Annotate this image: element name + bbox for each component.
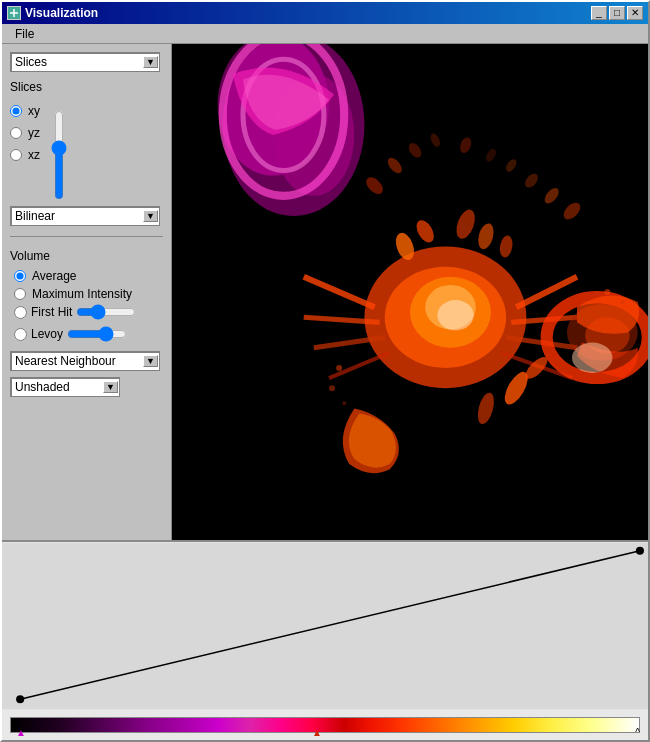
color-bar-area: ▲ ▲ ^ bbox=[2, 710, 648, 740]
render-select[interactable]: Nearest Neighbour Bilinear bbox=[10, 351, 160, 371]
svg-point-42 bbox=[437, 300, 473, 330]
left-panel: Slices Volume Slices xy yz bbox=[2, 44, 172, 540]
visualization-svg bbox=[172, 44, 648, 540]
radio-xy[interactable]: xy bbox=[10, 104, 40, 118]
divider-1 bbox=[10, 236, 163, 237]
radio-levoy-label: Levoy bbox=[31, 327, 63, 341]
first-hit-slider[interactable] bbox=[76, 305, 136, 319]
radio-max-intensity[interactable]: Maximum Intensity bbox=[14, 287, 163, 301]
slice-slider[interactable] bbox=[48, 110, 70, 200]
radio-first-hit-input[interactable] bbox=[14, 306, 27, 319]
transfer-function-graph bbox=[2, 542, 648, 710]
bottom-section: ▲ ▲ ^ bbox=[2, 540, 648, 740]
svg-point-45 bbox=[329, 385, 335, 391]
radio-xz[interactable]: xz bbox=[10, 148, 40, 162]
svg-point-47 bbox=[604, 289, 610, 295]
menu-bar: File bbox=[2, 24, 648, 44]
levoy-slider[interactable] bbox=[67, 327, 127, 341]
svg-point-44 bbox=[336, 365, 342, 371]
radio-xy-label: xy bbox=[28, 104, 40, 118]
title-bar: Visualization _ □ ✕ bbox=[2, 2, 648, 24]
color-bar-mid-marker: ▲ bbox=[312, 727, 322, 738]
color-bar-right-marker: ^ bbox=[635, 727, 640, 738]
view-mode-select[interactable]: Slices Volume bbox=[10, 52, 160, 72]
radio-average[interactable]: Average bbox=[14, 269, 163, 283]
render-dropdown[interactable]: Nearest Neighbour Bilinear bbox=[10, 351, 160, 371]
svg-point-43 bbox=[572, 343, 612, 373]
radio-levoy-row: Levoy bbox=[14, 327, 163, 341]
main-window: Visualization _ □ ✕ File Slices Volume S… bbox=[0, 0, 650, 742]
color-bar bbox=[10, 717, 640, 733]
title-buttons: _ □ ✕ bbox=[591, 6, 643, 20]
window-icon bbox=[7, 6, 21, 20]
svg-point-52 bbox=[16, 695, 24, 703]
file-menu[interactable]: File bbox=[7, 25, 42, 43]
svg-point-46 bbox=[342, 401, 346, 405]
radio-xz-label: xz bbox=[28, 148, 40, 162]
minimize-button[interactable]: _ bbox=[591, 6, 607, 20]
radio-levoy-input[interactable] bbox=[14, 328, 27, 341]
radio-max-intensity-label: Maximum Intensity bbox=[32, 287, 132, 301]
radio-yz[interactable]: yz bbox=[10, 126, 40, 140]
shade-dropdown[interactable]: Unshaded Shaded bbox=[10, 377, 120, 397]
view-mode-dropdown[interactable]: Slices Volume bbox=[10, 52, 160, 72]
slice-radio-group: xy yz xz bbox=[10, 100, 40, 162]
slice-slider-wrapper bbox=[48, 100, 70, 200]
main-area: Slices Volume Slices xy yz bbox=[2, 44, 648, 540]
volume-radio-group: Average Maximum Intensity First Hit Levo… bbox=[10, 269, 163, 345]
svg-point-51 bbox=[636, 547, 644, 555]
color-bar-left-marker: ▲ bbox=[16, 727, 26, 738]
radio-average-label: Average bbox=[32, 269, 76, 283]
svg-point-48 bbox=[621, 300, 625, 304]
radio-yz-label: yz bbox=[28, 126, 40, 140]
slices-label: Slices bbox=[10, 80, 163, 94]
graph-area bbox=[2, 542, 648, 710]
radio-first-hit-row: First Hit bbox=[14, 305, 163, 319]
slices-controls: xy yz xz bbox=[10, 100, 163, 200]
visualization-area bbox=[172, 44, 648, 540]
volume-label: Volume bbox=[10, 249, 163, 263]
shade-select[interactable]: Unshaded Shaded bbox=[10, 377, 120, 397]
close-button[interactable]: ✕ bbox=[627, 6, 643, 20]
interpolation-dropdown[interactable]: Bilinear Nearest Neighbour Cubic bbox=[10, 206, 160, 226]
maximize-button[interactable]: □ bbox=[609, 6, 625, 20]
interpolation-select[interactable]: Bilinear Nearest Neighbour Cubic bbox=[10, 206, 160, 226]
radio-first-hit-label: First Hit bbox=[31, 305, 72, 319]
window-title: Visualization bbox=[25, 6, 98, 20]
title-bar-left: Visualization bbox=[7, 6, 98, 20]
